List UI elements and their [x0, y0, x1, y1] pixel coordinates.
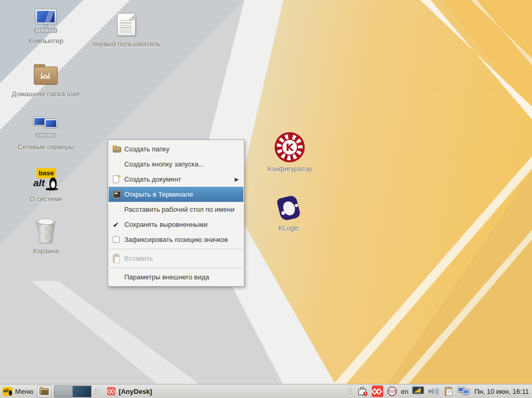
menu-button-label: Меню [15, 388, 33, 395]
desktop-icon-home-folder[interactable]: Домашняя папка user [9, 60, 82, 98]
menu-item-lock-icon-positions[interactable]: Зафиксировать позицию значков [109, 232, 243, 247]
menu-item-label: Зафиксировать позицию значков [124, 236, 228, 243]
anydesk-icon [107, 387, 115, 395]
folder-icon [40, 388, 49, 395]
desktop-icon-label: KLogic [252, 224, 325, 233]
task-button-label: [AnyDesk] [119, 388, 152, 395]
klogic-tag-icon [275, 195, 302, 222]
applications-menu-button[interactable]: Меню [0, 384, 37, 398]
desktop-icon-label: Конфигуратор [253, 165, 326, 173]
basealt-menu-icon [3, 387, 12, 396]
paste-icon [113, 254, 120, 263]
panel-grip-handle[interactable] [95, 389, 99, 394]
menu-item-create-document[interactable]: ✦ Создать документ ▶ [109, 172, 243, 187]
menu-item-label: Расставить рабочий стол по имени [124, 206, 235, 213]
new-document-icon: ✦ [113, 175, 119, 183]
round-app-tray-icon[interactable] [387, 386, 397, 396]
desktop-icon-network-servers[interactable]: Сетевые серверы [9, 113, 82, 151]
menu-separator [109, 267, 243, 268]
desktop-icon-label: Компьютер [9, 37, 82, 45]
configurator-gear-icon: K [275, 132, 305, 162]
trash-icon [34, 219, 57, 245]
menu-item-label: Создать документ [124, 175, 181, 183]
desktop-icon-computer[interactable]: Компьютер [9, 7, 82, 45]
desktop-icon-first-user[interactable]: первый пользователь [90, 10, 163, 48]
checkmark-icon: ✔ [113, 221, 119, 229]
workspace-pager [54, 386, 92, 397]
menu-item-label: Сохранять выровненными [124, 221, 207, 228]
tray-jobs-case-icon[interactable] [357, 386, 368, 396]
desktop-context-menu: ✦ Создать папку Создать кнопку запуска..… [108, 139, 244, 287]
file-manager-launcher-button[interactable] [37, 386, 51, 397]
menu-item-paste: Вставить [109, 251, 243, 266]
dual-monitors-tray-icon[interactable] [457, 386, 471, 396]
keyboard-layout-indicator[interactable]: en [401, 388, 408, 395]
home-folder-icon [33, 64, 59, 85]
desktop-icon-label: Корзина [9, 247, 82, 255]
menu-item-label: Параметры внешнего вида [124, 273, 209, 281]
menu-item-desktop-settings[interactable]: Параметры внешнего вида [109, 269, 243, 285]
display-ruler-tray-icon[interactable] [412, 386, 424, 396]
document-icon [117, 13, 136, 36]
submenu-arrow-icon: ▶ [235, 176, 239, 182]
network-servers-icon [32, 114, 60, 140]
menu-separator [109, 249, 243, 249]
desktop-icon-about-system[interactable]: basealt О системе [9, 165, 82, 203]
menu-item-label: Создать папку [124, 145, 170, 153]
menu-item-label: Открыть в Терминале [124, 190, 193, 198]
workspace-2[interactable] [73, 386, 92, 397]
menu-item-arrange-by-name[interactable]: Расставить рабочий стол по имени [109, 202, 243, 217]
menu-item-create-launcher[interactable]: Создать кнопку запуска... [109, 157, 243, 172]
checkbox-unchecked-icon [113, 236, 120, 243]
volume-tray-icon[interactable] [428, 386, 440, 396]
basealt-logo-icon: basealt [32, 167, 59, 192]
menu-item-open-in-terminal[interactable]: Открыть в Терминале [109, 187, 243, 202]
task-button-anydesk[interactable]: [AnyDesk] [102, 384, 157, 398]
anydesk-tray-icon[interactable] [372, 386, 383, 397]
tray-grip-handle[interactable] [348, 389, 353, 394]
clipboard-tray-icon[interactable] [444, 386, 453, 396]
clock[interactable]: Пн, 10 июн, 16:11 [474, 388, 529, 395]
menu-item-label: Создать кнопку запуска... [124, 160, 204, 168]
desktop-icon-label: Домашняя папка user [9, 90, 82, 98]
desktop-icon-label: О системе [9, 195, 82, 203]
desktop-icon-label: Сетевые серверы [9, 143, 82, 151]
taskbar: Меню [AnyDesk] [0, 384, 532, 398]
new-folder-icon: ✦ [113, 146, 121, 152]
menu-item-keep-aligned[interactable]: ✔ Сохранять выровненными [109, 217, 243, 232]
computer-icon [32, 8, 59, 35]
desktop-icon-trash[interactable]: Корзина [9, 217, 82, 255]
menu-item-label: Вставить [124, 254, 153, 262]
desktop-icon-klogic[interactable]: KLogic [252, 194, 325, 233]
workspace-1[interactable] [54, 386, 73, 397]
desktop-icon-configurator[interactable]: K Конфигуратор [253, 131, 326, 173]
desktop: Компьютер первый пользователь Домашняя п… [0, 0, 532, 398]
terminal-icon [113, 191, 121, 198]
desktop-icon-label: первый пользователь [90, 40, 163, 48]
menu-item-create-folder[interactable]: ✦ Создать папку [109, 142, 243, 157]
